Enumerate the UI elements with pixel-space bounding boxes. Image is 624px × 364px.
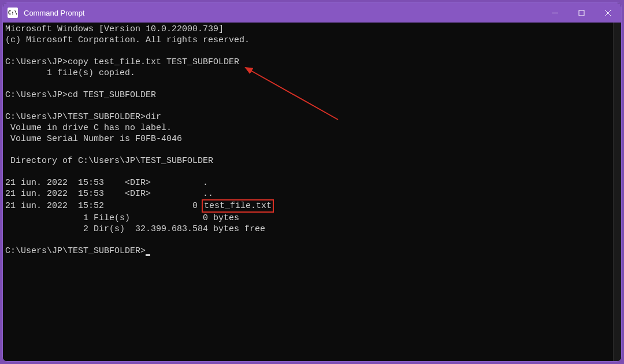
svg-line-5 — [246, 68, 338, 120]
terminal-output[interactable]: Microsoft Windows [Version 10.0.22000.73… — [3, 23, 613, 361]
scrollbar[interactable] — [613, 23, 621, 361]
command-prompt-window: C:\ Command Prompt Microsoft Windows [Ve… — [2, 2, 622, 362]
volume-info-2: Volume Serial Number is F0FB-4046 — [5, 134, 182, 144]
cursor-icon — [146, 254, 150, 256]
dir-entry-2: 21 iun. 2022 15:53 <DIR> .. — [5, 189, 213, 199]
annotation-arrow-icon — [240, 62, 344, 125]
prompt-1: C:\Users\JP>copy test_file.txt TEST_SUBF… — [5, 57, 239, 67]
window-controls — [541, 3, 621, 23]
svg-rect-1 — [579, 10, 584, 16]
summary-dirs: 2 Dir(s) 32.399.683.584 bytes free — [5, 224, 265, 234]
prompt-3: C:\Users\JP\TEST_SUBFOLDER>dir — [5, 112, 161, 122]
volume-info-1: Volume in drive C has no label. — [5, 123, 172, 133]
maximize-button[interactable] — [568, 3, 595, 23]
close-button[interactable] — [595, 3, 621, 23]
minimize-button[interactable] — [541, 3, 568, 23]
copyright-line: (c) Microsoft Corporation. All rights re… — [5, 35, 250, 45]
dir-entry-1: 21 iun. 2022 15:53 <DIR> . — [5, 178, 208, 188]
summary-files: 1 File(s) 0 bytes — [5, 213, 239, 223]
cmd-icon: C:\ — [8, 8, 18, 18]
version-line: Microsoft Windows [Version 10.0.22000.73… — [5, 24, 224, 34]
dir-entry-3: 21 iun. 2022 15:52 0 test_file.txt — [5, 201, 274, 211]
copy-result: 1 file(s) copied. — [5, 68, 135, 78]
titlebar[interactable]: C:\ Command Prompt — [3, 3, 621, 23]
prompt-4: C:\Users\JP\TEST_SUBFOLDER> — [5, 246, 150, 256]
highlighted-filename: test_file.txt — [202, 199, 274, 213]
prompt-2: C:\Users\JP>cd TEST_SUBFOLDER — [5, 90, 156, 100]
window-title: Command Prompt — [24, 9, 541, 17]
directory-of: Directory of C:\Users\JP\TEST_SUBFOLDER — [5, 156, 213, 166]
